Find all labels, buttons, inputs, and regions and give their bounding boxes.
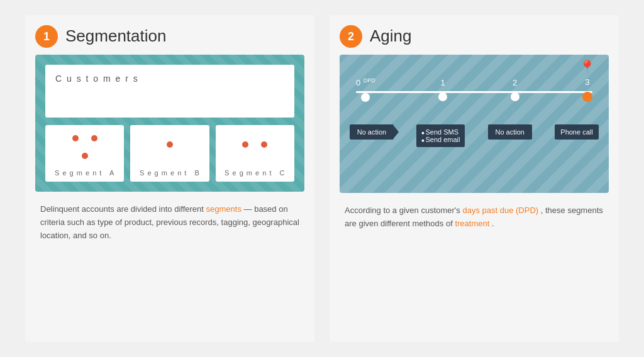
aging-visual: 0 DPD 1 2 [340,55,609,193]
dot [261,141,267,148]
no-action-label-1: No action [357,128,386,136]
step-badge-1: 1 [35,25,58,48]
timeline-points: 0 DPD 1 2 [356,77,592,108]
send-sms-item: Send SMS [421,128,460,136]
dot [167,141,173,148]
point-label-3: 3 [585,77,589,87]
dot [242,141,248,148]
step-number-2: 2 [348,30,354,43]
no-action-label-2: No action [495,128,524,136]
customers-box: C u s t o m e r s [45,65,294,118]
segment-c-box: S e g m e n t C [216,125,294,182]
segments-row: S e g m e n t A S e g m e n t B [45,125,294,182]
segment-a-box: S e g m e n t A [45,125,124,182]
timeline-point-0: 0 DPD [356,77,375,101]
action-no-action-2: No action [488,124,532,140]
segment-b-box: S e g m e n t B [130,125,209,182]
pin-icon: 📍 [579,60,596,76]
point-circle-3 [582,92,592,102]
segments-highlight: segments [206,204,242,214]
timeline-point-1: 1 [438,78,447,101]
customers-box-inner [55,84,284,109]
segment-b-label: S e g m e n t B [136,169,203,177]
action-phone-call: Phone call [555,124,599,140]
dot [82,153,88,159]
aging-content: 0 DPD 1 2 [350,65,599,147]
dpd-text: DPD [364,77,375,84]
point-circle-2 [511,92,519,101]
treatment-highlight: treatment [455,219,489,228]
timeline-area: 0 DPD 1 2 [350,65,599,114]
aging-desc-1: According to a given customer's [345,206,462,215]
segmentation-card: 1 Segmentation C u s t o m e r s S e g [25,15,314,342]
action-sms-email: Send SMS Send email [416,124,465,147]
step-number-1: 1 [43,30,50,43]
segment-a-label: S e g m e n t A [52,169,118,177]
sms-email-list: Send SMS Send email [421,128,460,143]
aging-card: 2 Aging 0 DPD 1 [330,15,619,342]
segmentation-visual: C u s t o m e r s S e g m e n t A [35,55,304,192]
send-email-item: Send email [421,136,460,143]
phone-call-label: Phone call [560,128,592,136]
action-no-action-1: No action [350,124,394,140]
timeline-point-3: 📍 3 [582,77,592,102]
card2-title: Aging [330,15,619,55]
point-label-2: 2 [513,78,517,87]
desc-text-1: Delinquent accounts are divided into dif… [40,204,206,214]
point-circle-0 [361,93,370,102]
aging-desc-3: . [492,219,494,228]
action-boxes: No action Send SMS Send email No action … [350,124,599,147]
card1-description: Delinquent accounts are divided into dif… [25,192,314,253]
segment-c-label: S e g m e n t C [222,169,288,177]
point-label-0: 0 DPD [356,77,375,87]
segment-c-dots [222,133,288,164]
step-badge-2: 2 [340,25,362,48]
timeline-point-2: 2 [511,78,519,101]
point-circle-1 [438,92,447,101]
customers-label: C u s t o m e r s [55,74,284,84]
segment-a-dots [52,133,118,164]
dpd-highlight: days past due (DPD) [462,206,538,215]
dot [72,135,79,141]
dot [91,135,97,141]
point-label-1: 1 [441,78,445,87]
segment-b-dots [136,133,203,164]
card1-title: Segmentation [25,15,314,55]
card2-description: According to a given customer's days pas… [330,193,619,242]
